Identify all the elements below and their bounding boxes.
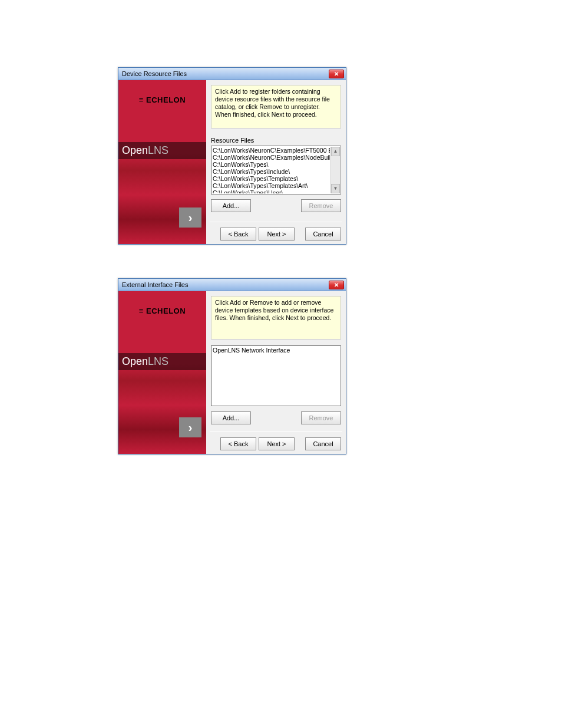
scroll-down-icon[interactable]: ▼	[331, 184, 340, 193]
openlns-open: Open	[122, 355, 148, 367]
sidebar-graphic: ECHELON OpenLNS ›	[118, 291, 206, 454]
device-resource-files-dialog: Device Resource Files ✕ ECHELON OpenLNS …	[118, 67, 346, 245]
wizard-sidebar: ECHELON OpenLNS ›	[118, 80, 206, 244]
resource-files-listbox[interactable]: C:\LonWorks\NeuronC\Examples\FT5000 EVE …	[211, 146, 341, 195]
window-title: Device Resource Files	[122, 70, 187, 77]
list-item[interactable]: C:\LonWorks\Types\	[213, 161, 330, 168]
dialog-body: ECHELON OpenLNS › Click Add or Remove to…	[118, 291, 346, 454]
list-button-row: Add... Remove	[211, 411, 341, 424]
list-item[interactable]: C:\LonWorks\Types\Templates\Art\	[213, 182, 330, 189]
add-button[interactable]: Add...	[211, 199, 251, 212]
list-item[interactable]: C:\LonWorks\Types\Include\	[213, 168, 330, 175]
wizard-nav-row: < Back Next > Cancel	[220, 228, 341, 241]
scrollbar[interactable]: ▲ ▼	[330, 147, 340, 193]
cancel-button[interactable]: Cancel	[305, 437, 341, 450]
remove-button: Remove	[301, 411, 341, 424]
listbox-content: C:\LonWorks\NeuronC\Examples\FT5000 EVE …	[213, 147, 330, 193]
chevron-right-icon: ›	[179, 417, 201, 437]
openlns-logo: OpenLNS	[118, 142, 206, 159]
echelon-logo: ECHELON	[118, 307, 206, 315]
dialog-body: ECHELON OpenLNS › Click Add to register …	[118, 80, 346, 244]
close-icon[interactable]: ✕	[329, 70, 344, 78]
content-panel: Click Add or Remove to add or remove dev…	[206, 291, 346, 454]
next-button[interactable]: Next >	[259, 228, 295, 241]
list-item[interactable]: C:\LonWorks\Types\User\	[213, 189, 330, 193]
openlns-lns: LNS	[148, 144, 168, 156]
list-item[interactable]: C:\LonWorks\NeuronC\Examples\NodeBuilder	[213, 154, 330, 161]
window-title: External Interface Files	[122, 281, 189, 288]
list-item[interactable]: C:\LonWorks\Types\Templates\	[213, 175, 330, 182]
remove-button: Remove	[301, 199, 341, 212]
listbox-content: OpenLNS Network Interface	[213, 347, 330, 405]
wizard-sidebar: ECHELON OpenLNS ›	[118, 291, 206, 454]
titlebar[interactable]: External Interface Files ✕	[118, 279, 346, 291]
list-item[interactable]: C:\LonWorks\NeuronC\Examples\FT5000 EVE	[213, 147, 330, 154]
close-icon[interactable]: ✕	[329, 281, 344, 289]
hint-text: Click Add to register folders containing…	[211, 85, 341, 129]
back-button[interactable]: < Back	[220, 437, 256, 450]
resource-files-label: Resource Files	[211, 137, 254, 144]
interface-files-listbox[interactable]: OpenLNS Network Interface	[211, 345, 341, 406]
openlns-logo: OpenLNS	[118, 353, 206, 370]
external-interface-files-dialog: External Interface Files ✕ ECHELON OpenL…	[118, 278, 346, 454]
titlebar[interactable]: Device Resource Files ✕	[118, 68, 346, 80]
add-button[interactable]: Add...	[211, 411, 251, 424]
openlns-lns: LNS	[148, 355, 168, 367]
divider	[210, 431, 342, 432]
openlns-open: Open	[122, 144, 148, 156]
list-button-row: Add... Remove	[211, 199, 341, 212]
chevron-right-icon: ›	[179, 207, 201, 228]
cancel-button[interactable]: Cancel	[305, 228, 341, 241]
content-panel: Click Add to register folders containing…	[206, 80, 346, 244]
next-button[interactable]: Next >	[259, 437, 295, 450]
echelon-logo: ECHELON	[118, 95, 206, 104]
sidebar-graphic: ECHELON OpenLNS ›	[118, 80, 206, 244]
hint-text: Click Add or Remove to add or remove dev…	[211, 296, 341, 340]
list-item[interactable]: OpenLNS Network Interface	[213, 347, 330, 354]
wizard-nav-row: < Back Next > Cancel	[220, 437, 341, 450]
scroll-up-icon[interactable]: ▲	[331, 147, 340, 156]
divider	[210, 222, 342, 222]
back-button[interactable]: < Back	[220, 228, 256, 241]
